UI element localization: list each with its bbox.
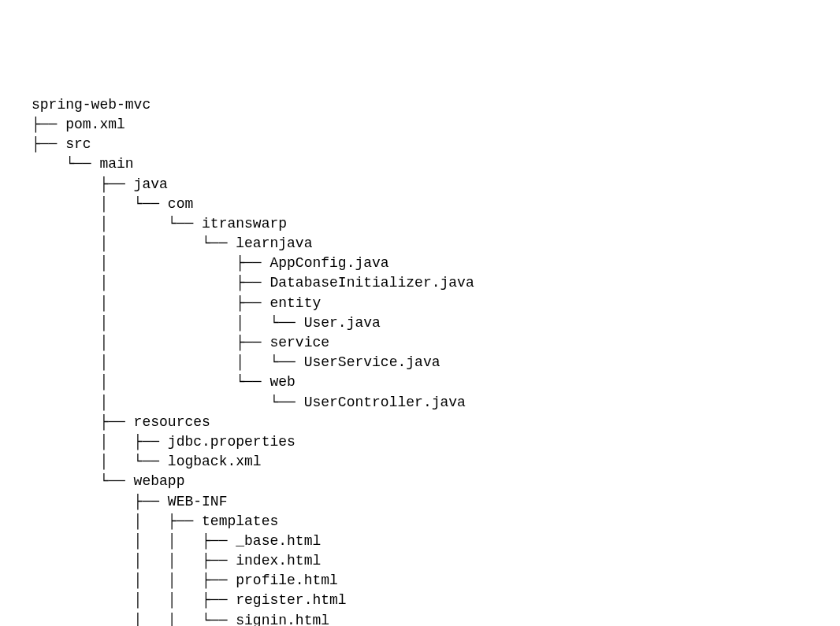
directory-tree: spring-web-mvc ├── pom.xml ├── src └── m… bbox=[32, 95, 808, 626]
